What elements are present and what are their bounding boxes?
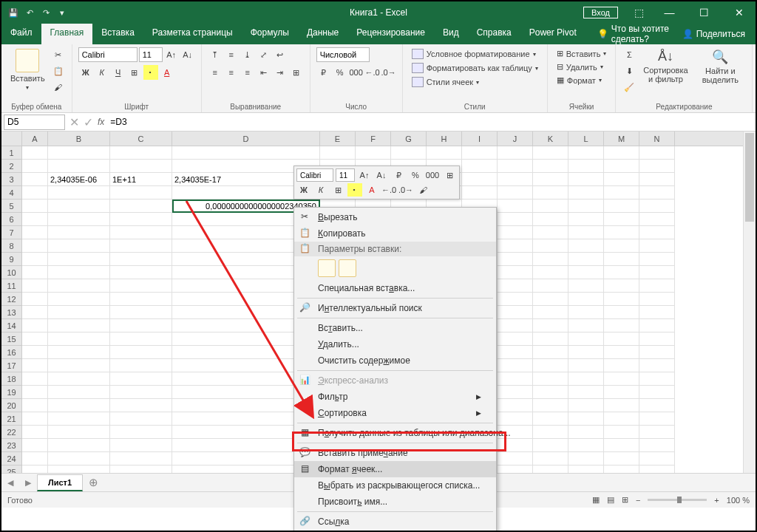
- col-header-C[interactable]: C: [110, 132, 172, 146]
- accept-formula-icon[interactable]: ✓: [84, 115, 93, 129]
- mini-decrease-font-icon[interactable]: A↓: [374, 168, 389, 182]
- increase-indent-icon[interactable]: ⇥: [273, 65, 288, 80]
- tab-review[interactable]: Рецензирование: [347, 24, 434, 44]
- cut-icon[interactable]: ✂: [51, 47, 66, 62]
- fill-icon[interactable]: ⬇: [622, 64, 637, 78]
- redo-icon[interactable]: ↷: [40, 7, 52, 18]
- share-button[interactable]: 👤Поделиться: [682, 24, 756, 44]
- align-middle-icon[interactable]: ≡: [224, 47, 239, 62]
- vertical-scrollbar[interactable]: [743, 132, 756, 473]
- tab-view[interactable]: Вид: [434, 24, 468, 44]
- increase-decimal-icon[interactable]: ←.0: [365, 65, 380, 80]
- col-header-H[interactable]: H: [427, 132, 462, 146]
- wrap-text-icon[interactable]: ↩: [273, 47, 288, 62]
- align-top-icon[interactable]: ⤒: [208, 47, 223, 62]
- row-header-14[interactable]: 14: [1, 319, 22, 332]
- delete-cells-button[interactable]: ⊟Удалить▾: [554, 61, 606, 73]
- fx-icon[interactable]: fx: [98, 117, 104, 127]
- qat-more-icon[interactable]: ▾: [56, 7, 68, 18]
- clear-icon[interactable]: 🧹: [622, 80, 637, 95]
- format-as-table-button[interactable]: Форматировать как таблицу▾: [409, 61, 541, 75]
- name-box[interactable]: [4, 115, 65, 130]
- col-header-G[interactable]: G: [391, 132, 427, 146]
- col-header-F[interactable]: F: [356, 132, 391, 146]
- undo-icon[interactable]: ↶: [24, 7, 35, 18]
- underline-button[interactable]: Ч: [111, 65, 126, 80]
- number-format[interactable]: [316, 47, 370, 62]
- col-header-N[interactable]: N: [639, 132, 675, 146]
- col-header-B[interactable]: B: [48, 132, 110, 146]
- menu-paste-special[interactable]: Специальная вставка...: [294, 280, 496, 296]
- row-header-12[interactable]: 12: [1, 293, 22, 306]
- mini-accounting-icon[interactable]: ₽: [391, 168, 406, 182]
- row-header-8[interactable]: 8: [1, 239, 22, 253]
- menu-sort[interactable]: Сортировка▶: [294, 405, 496, 421]
- mini-format-painter-icon[interactable]: 🖌: [415, 183, 430, 197]
- row-header-6[interactable]: 6: [1, 213, 22, 226]
- decrease-indent-icon[interactable]: ⇤: [257, 65, 271, 80]
- align-center-icon[interactable]: ≡: [224, 65, 239, 80]
- mini-comma-icon[interactable]: 000: [425, 168, 440, 182]
- col-header-L[interactable]: L: [568, 132, 604, 146]
- row-header-18[interactable]: 18: [1, 372, 22, 386]
- bold-button[interactable]: Ж: [78, 65, 93, 80]
- mini-merge-icon[interactable]: ⊞: [442, 168, 457, 182]
- mini-increase-font-icon[interactable]: A↑: [357, 168, 372, 182]
- format-painter-icon[interactable]: 🖌: [51, 80, 66, 95]
- comma-icon[interactable]: 000: [349, 65, 364, 80]
- insert-cells-button[interactable]: ⊞Вставить▾: [554, 47, 610, 60]
- save-icon[interactable]: 💾: [7, 7, 19, 18]
- mini-bold-button[interactable]: Ж: [296, 183, 311, 197]
- row-header-21[interactable]: 21: [1, 412, 22, 426]
- row-header-9[interactable]: 9: [1, 253, 22, 266]
- close-button[interactable]: ✕: [722, 1, 756, 24]
- border-button[interactable]: ⊞: [127, 65, 142, 80]
- mini-percent-icon[interactable]: %: [408, 168, 423, 182]
- formula-bar[interactable]: [109, 115, 756, 129]
- maximize-button[interactable]: ☐: [688, 1, 721, 24]
- zoom-slider[interactable]: [648, 499, 707, 501]
- row-header-4[interactable]: 4: [1, 186, 22, 200]
- decrease-decimal-icon[interactable]: .0→: [381, 65, 396, 80]
- find-select-button[interactable]: 🔍Найти и выделить: [694, 47, 746, 86]
- menu-clear-contents[interactable]: Очистить содержимое: [294, 352, 496, 369]
- percent-icon[interactable]: %: [333, 65, 347, 80]
- sort-filter-button[interactable]: Å↓Сортировка и фильтр: [639, 47, 691, 85]
- menu-link[interactable]: 🔗Ссылка: [294, 514, 496, 530]
- menu-define-name[interactable]: Присвоить имя...: [294, 494, 496, 510]
- zoom-out-button[interactable]: −: [636, 496, 640, 505]
- italic-button[interactable]: К: [95, 65, 109, 80]
- mini-fill-color-icon[interactable]: 🞍: [347, 183, 362, 197]
- row-header-25[interactable]: 25: [1, 466, 22, 473]
- row-header-20[interactable]: 20: [1, 399, 22, 412]
- row-header-2[interactable]: 2: [1, 160, 22, 173]
- tab-formulas[interactable]: Формулы: [242, 24, 298, 44]
- mini-italic-button[interactable]: К: [313, 183, 328, 197]
- col-header-E[interactable]: E: [320, 132, 356, 146]
- login-button[interactable]: Вход: [583, 7, 618, 18]
- orientation-icon[interactable]: ⤢: [257, 47, 271, 62]
- menu-smart-lookup[interactable]: 🔎Интеллектуальный поиск: [294, 300, 496, 316]
- menu-cut[interactable]: ✂Вырезать: [294, 209, 496, 225]
- ribbon-display-icon[interactable]: ⬚: [634, 7, 644, 18]
- row-header-3[interactable]: 3: [1, 173, 22, 186]
- tab-home[interactable]: Главная: [41, 24, 93, 44]
- row-header-13[interactable]: 13: [1, 306, 22, 319]
- tab-powerpivot[interactable]: Power Pivot: [520, 24, 585, 44]
- row-header-17[interactable]: 17: [1, 359, 22, 372]
- copy-icon[interactable]: 📋: [51, 64, 66, 78]
- menu-pick-from-list[interactable]: Выбрать из раскрывающегося списка...: [294, 477, 496, 494]
- menu-format-cells[interactable]: ▤Формат ячеек...: [294, 461, 496, 477]
- row-header-15[interactable]: 15: [1, 332, 22, 346]
- mini-font-size[interactable]: [336, 168, 355, 182]
- sheet-nav-next-icon[interactable]: ▶: [19, 478, 37, 488]
- row-header-22[interactable]: 22: [1, 426, 22, 439]
- row-header-7[interactable]: 7: [1, 226, 22, 239]
- menu-insert[interactable]: Вставить...: [294, 320, 496, 336]
- font-size[interactable]: [139, 47, 163, 62]
- tab-insert[interactable]: Вставка: [92, 24, 143, 44]
- tab-data[interactable]: Данные: [298, 24, 347, 44]
- col-header-A[interactable]: A: [22, 132, 48, 146]
- menu-get-data[interactable]: ▦Получить данные из таблицы или диапазон…: [294, 425, 496, 441]
- paste-option-1-icon[interactable]: [318, 259, 336, 277]
